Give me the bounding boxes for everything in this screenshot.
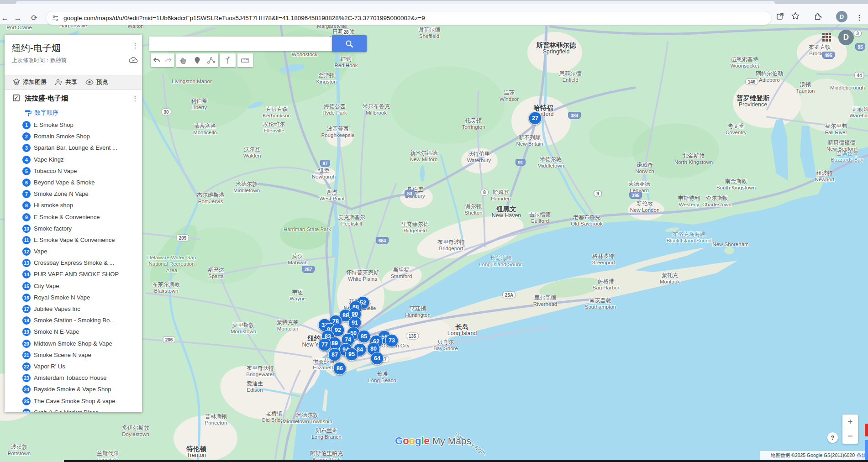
list-item[interactable]: 23Amsterdam Tobacco House <box>5 373 142 384</box>
measure-tool[interactable] <box>239 54 252 67</box>
item-name[interactable]: Smoke factory <box>34 225 72 232</box>
item-name[interactable]: Crossbay Express Smoke & ... <box>34 259 114 266</box>
list-item[interactable]: 22Vapor R' Us <box>5 361 142 373</box>
bookmark-button[interactable] <box>789 11 802 24</box>
list-item[interactable]: 5Tobacco N Vape <box>5 166 142 177</box>
browser-profile-avatar[interactable]: D <box>836 11 847 22</box>
list-item[interactable]: 19Smoke N E-Vape <box>5 326 142 338</box>
back-button[interactable]: ← <box>0 11 12 25</box>
list-item[interactable]: 26Grab & Go Market Place <box>5 407 142 412</box>
reload-button[interactable]: ⟳ <box>27 11 41 25</box>
extensions-button[interactable] <box>811 11 824 24</box>
list-item[interactable]: 8Hi smoke shop <box>5 200 142 211</box>
item-name[interactable]: Jubilee Vapes Inc <box>34 305 80 312</box>
list-item[interactable]: 21Smoke Scene N vape <box>5 350 142 361</box>
item-name[interactable]: Midtown Smoke Shop & Vape <box>34 340 112 347</box>
map-marker[interactable]: 86 <box>333 362 347 375</box>
item-name[interactable]: E Smoke & Convenience <box>34 214 100 220</box>
list-item[interactable]: 11E Smoke Vape & Convenience <box>5 235 142 246</box>
preview-button[interactable]: 预览 <box>85 78 108 86</box>
list-item[interactable]: 20Midtown Smoke Shop & Vape <box>5 338 142 350</box>
forward-button[interactable]: → <box>11 11 25 25</box>
item-name[interactable]: Vape <box>34 248 47 255</box>
list-item[interactable]: 14PUR VAPE AND SMOKE SHOP <box>5 269 142 280</box>
list-item[interactable]: 24Bayside Smoke & Vape Shop <box>5 384 142 395</box>
address-bar[interactable]: google.com/maps/d/u/0/edit?mid=1Ub6kadcr… <box>46 11 772 25</box>
item-name[interactable]: City Vape <box>34 283 59 289</box>
list-item[interactable]: 9E Smoke & Convenience <box>5 212 142 223</box>
add-layer-button[interactable]: 添加图层 <box>13 78 47 86</box>
list-item[interactable]: 16Royal Smoke N Vape <box>5 292 142 304</box>
list-item[interactable]: 25The Cave Smoke Shop & vape <box>5 396 142 407</box>
item-name[interactable]: Beyond Vape & Smoke <box>34 179 95 186</box>
item-name[interactable]: Spartan Bar, Lounge & Event ... <box>34 144 117 151</box>
layer-row[interactable]: ✓ 法拉盛-电子烟 ⋮ <box>5 93 142 106</box>
map-menu-button[interactable]: ⋮ <box>131 41 140 50</box>
list-item[interactable]: 6Beyond Vape & Smoke <box>5 177 142 189</box>
item-name[interactable]: Bayside Smoke & Vape Shop <box>34 386 111 393</box>
layer-menu-button[interactable]: ⋮ <box>131 94 140 103</box>
scrollbar-thumb[interactable] <box>865 440 868 460</box>
item-name[interactable]: The Cave Smoke Shop & vape <box>34 398 116 404</box>
search-button[interactable] <box>332 35 367 52</box>
redo-button[interactable] <box>163 54 174 67</box>
scrollbar-mark-red[interactable] <box>865 424 868 436</box>
item-name[interactable]: Smoke N E-Vape <box>34 328 79 335</box>
list-item[interactable]: 1E Smoke Shop <box>5 120 142 131</box>
pan-hand-tool[interactable] <box>177 54 189 67</box>
map-marker[interactable]: 87 <box>328 348 342 362</box>
undo-button[interactable] <box>151 54 163 67</box>
list-item[interactable]: 18Smoke Station - Smoking Bo... <box>5 315 142 326</box>
list-item[interactable]: 17Jubilee Vapes Inc <box>5 304 142 315</box>
item-name[interactable]: Royal Smoke N Vape <box>34 294 90 301</box>
share-page-button[interactable] <box>773 11 786 24</box>
layer-checkbox[interactable]: ✓ <box>13 94 20 101</box>
item-name[interactable]: Smoke Scene N vape <box>34 352 91 358</box>
map-marker[interactable]: 64 <box>371 352 384 365</box>
map-title[interactable]: 纽约-电子烟 <box>12 42 61 54</box>
item-name[interactable]: Hi smoke shop <box>34 202 73 209</box>
item-name[interactable]: Smoke Station - Smoking Bo... <box>34 317 115 324</box>
list-item[interactable]: 12Vape <box>5 246 142 257</box>
layer-name[interactable]: 法拉盛-电子烟 <box>25 94 68 103</box>
item-name[interactable]: Vape Kingz <box>34 156 64 163</box>
directions-tool[interactable] <box>221 54 234 67</box>
item-name[interactable]: Grab & Go Market Place <box>34 409 99 412</box>
item-name[interactable]: Amsterdam Tobacco House <box>34 374 106 381</box>
marker-pin-icon <box>194 57 200 64</box>
help-button[interactable]: ? <box>827 432 838 443</box>
zoom-in-button[interactable]: + <box>842 415 858 429</box>
item-name[interactable]: Smoke Zone N Vape <box>34 190 89 197</box>
list-item[interactable]: 15City Vape <box>5 281 142 292</box>
add-marker-tool[interactable] <box>191 54 204 67</box>
active-tab[interactable] <box>16 1 775 4</box>
item-name[interactable]: E Smoke Vape & Convenience <box>34 236 115 243</box>
item-name[interactable]: PUR VAPE AND SMOKE SHOP <box>34 271 119 278</box>
layer-style-row[interactable]: 数字顺序 <box>25 109 58 117</box>
item-name[interactable]: E Smoke Shop <box>34 121 74 128</box>
map-marker[interactable]: 77 <box>318 338 331 352</box>
url-text[interactable]: google.com/maps/d/u/0/edit?mid=1Ub6kadcr… <box>63 15 425 21</box>
list-item[interactable]: 4Vape Kingz <box>5 154 142 166</box>
search-input[interactable] <box>149 37 332 51</box>
share-button[interactable]: 共享 <box>55 78 77 86</box>
apps-grid-icon[interactable] <box>822 33 831 42</box>
item-name[interactable]: Vapor R' Us <box>34 363 65 370</box>
map-marker[interactable]: 95 <box>345 348 358 361</box>
item-name[interactable]: Tobacco N Vape <box>34 168 77 174</box>
map-marker[interactable]: 85 <box>358 330 371 343</box>
account-avatar[interactable]: D <box>838 30 854 45</box>
list-item[interactable]: 3Spartan Bar, Lounge & Event ... <box>5 142 142 154</box>
zoom-out-button[interactable]: − <box>842 429 858 444</box>
style-label[interactable]: 数字顺序 <box>35 109 58 117</box>
list-item[interactable]: 2Romain Smoke Shop <box>5 131 142 142</box>
draw-line-tool[interactable] <box>205 54 218 67</box>
list-item[interactable]: 7Smoke Zone N Vape <box>5 189 142 200</box>
list-item[interactable]: 10Smoke factory <box>5 223 142 235</box>
map-marker[interactable]: 73 <box>385 334 399 347</box>
item-name[interactable]: Romain Smoke Shop <box>34 133 90 140</box>
browser-menu-button[interactable]: ⋮ <box>853 11 866 24</box>
list-item[interactable]: 13Crossbay Express Smoke & ... <box>5 257 142 269</box>
zoom-control[interactable]: + − <box>842 415 858 444</box>
map-marker[interactable]: 27 <box>529 112 542 125</box>
